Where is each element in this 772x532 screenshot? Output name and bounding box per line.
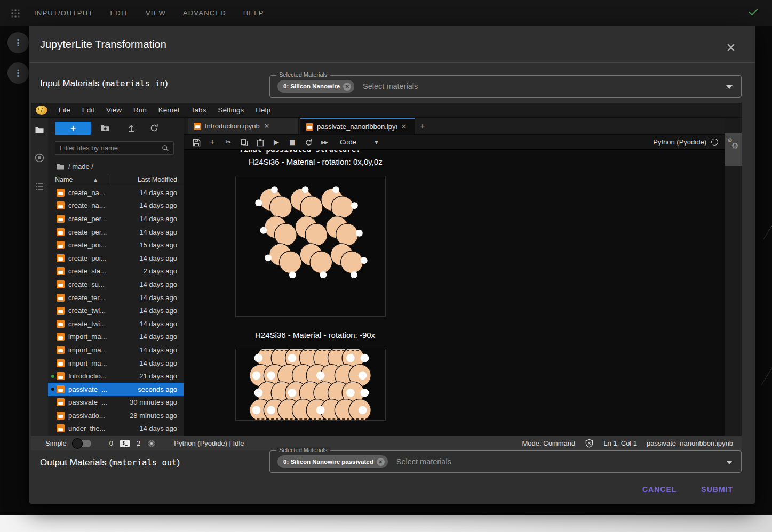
submit-button[interactable]: SUBMIT	[693, 480, 742, 499]
jmenu-file[interactable]: File	[53, 106, 76, 114]
table-of-contents-tab-icon[interactable]	[35, 182, 44, 191]
file-modified: 14 days ago	[139, 280, 177, 288]
tab-close-icon[interactable]: ✕	[401, 123, 407, 131]
menu-help[interactable]: HELP	[243, 9, 264, 17]
tab-close-icon[interactable]: ✕	[264, 122, 270, 130]
refresh-file-list-icon[interactable]	[149, 123, 159, 133]
kernel-name[interactable]: Python (Pyodide)	[653, 138, 706, 146]
kebab-menu-button[interactable]: ⋮	[7, 62, 29, 84]
file-row[interactable]: passivate_... 30 minutes ago	[48, 396, 184, 409]
file-row[interactable]: passivate_... seconds ago	[48, 383, 184, 396]
file-modified: 14 days ago	[139, 307, 177, 315]
insert-cell-icon[interactable]: +	[204, 138, 220, 147]
file-modified: 14 days ago	[139, 359, 177, 367]
menu-edit[interactable]: EDIT	[110, 9, 128, 17]
cut-cells-icon[interactable]: ✂	[220, 138, 236, 146]
menu-advanced[interactable]: ADVANCED	[183, 9, 226, 17]
terminal-icon[interactable]: $_	[120, 440, 130, 447]
stop-kernel-icon[interactable]: ■	[284, 139, 300, 146]
upload-icon[interactable]	[126, 123, 136, 133]
notebook-file-icon	[57, 189, 65, 197]
jmenu-settings[interactable]: Settings	[212, 106, 250, 114]
kernel-status-icon[interactable]	[711, 139, 718, 146]
command-mode-indicator[interactable]: Mode: Command	[522, 439, 576, 447]
jmenu-edit[interactable]: Edit	[76, 106, 100, 114]
jmenu-tabs[interactable]: Tabs	[185, 106, 212, 114]
dropdown-arrow-icon[interactable]	[726, 85, 733, 89]
filter-files-box[interactable]	[55, 141, 174, 155]
cursor-position[interactable]: Ln 1, Col 1	[603, 439, 637, 447]
jupyter-statusbar: Simple 0 $_ 2 Python (Pyodide) | Idle	[31, 436, 742, 450]
tab-introduction[interactable]: Introduction.ipynb ✕	[188, 118, 299, 134]
jmenu-help[interactable]: Help	[250, 106, 276, 114]
jmenu-run[interactable]: Run	[128, 106, 153, 114]
file-row[interactable]: create_na... 14 days ago	[48, 186, 184, 199]
new-folder-icon[interactable]	[100, 123, 110, 133]
output-material-chip-label: 0: Silicon Nanowire passivated	[283, 458, 373, 465]
jmenu-view[interactable]: View	[100, 106, 128, 114]
column-last-modified[interactable]: Last Modified	[138, 176, 177, 183]
screen: INPUT/OUTPUT EDIT VIEW ADVANCED HELP ⋮ ⋮…	[0, 0, 772, 532]
cell-type-select[interactable]: Code	[340, 138, 356, 146]
restart-kernel-icon[interactable]	[300, 138, 316, 146]
cancel-button[interactable]: CANCEL	[634, 480, 685, 499]
file-row[interactable]: import_ma... 14 days ago	[48, 357, 184, 370]
close-icon[interactable]	[725, 42, 737, 53]
breadcrumb[interactable]: / made /	[57, 163, 93, 171]
file-row[interactable]: passivatio... 28 minutes ago	[48, 409, 184, 422]
active-filename[interactable]: passivate_nanoribbon.ipynb	[647, 439, 733, 447]
input-materials-select[interactable]: Selected Materials 0: Silicon Nanowire ✕…	[269, 75, 742, 98]
chip-delete-icon[interactable]: ✕	[343, 83, 351, 91]
tab-passivate-nanoribbon[interactable]: passivate_nanoribbon.ipynb ✕	[300, 118, 415, 134]
paste-cells-icon[interactable]	[252, 138, 268, 146]
copy-cells-icon[interactable]	[236, 138, 252, 146]
notebook-panel: Introduction.ipynb ✕ passivate_nanoribbo…	[184, 118, 725, 436]
file-name: Introductio...	[68, 372, 107, 380]
notebook-file-icon	[57, 267, 65, 275]
file-name: import_ma...	[68, 359, 107, 367]
apps-grid-icon[interactable]	[11, 9, 20, 18]
kernel-sessions-icon[interactable]	[147, 439, 156, 448]
file-row[interactable]: create_na... 14 days ago	[48, 199, 184, 213]
file-row[interactable]: import_ma... 14 days ago	[48, 343, 184, 357]
menu-view[interactable]: VIEW	[146, 9, 166, 17]
save-icon[interactable]	[188, 138, 204, 146]
chip-delete-icon[interactable]: ✕	[377, 458, 385, 466]
file-row[interactable]: create_sla... 2 days ago	[48, 265, 184, 278]
file-row[interactable]: import_ma... 14 days ago	[48, 331, 184, 344]
file-row[interactable]: Introductio... 21 days ago	[48, 369, 184, 383]
file-row[interactable]: under_the... 14 days ago	[48, 422, 184, 436]
jmenu-kernel[interactable]: Kernel	[153, 106, 185, 114]
restart-run-all-icon[interactable]: ▶▶	[316, 140, 332, 145]
file-row[interactable]: create_per... 14 days ago	[48, 225, 184, 239]
simple-mode-toggle[interactable]	[74, 440, 91, 447]
gear-icon[interactable]: ⚙	[731, 141, 738, 151]
file-row[interactable]: create_poi... 14 days ago	[48, 252, 184, 265]
file-row[interactable]: create_twi... 14 days ago	[48, 304, 184, 317]
file-row[interactable]: create_ter... 14 days ago	[48, 291, 184, 304]
menu-input-output[interactable]: INPUT/OUTPUT	[34, 9, 93, 17]
file-browser-tab-icon[interactable]	[35, 125, 44, 135]
cell-type-arrow-icon[interactable]: ▼	[375, 140, 378, 145]
dropdown-arrow-icon[interactable]	[726, 461, 733, 464]
file-row[interactable]: create_twi... 14 days ago	[48, 317, 184, 331]
filter-files-input[interactable]	[60, 144, 162, 152]
new-launcher-button[interactable]: +	[55, 122, 91, 135]
running-kernels-tab-icon[interactable]	[35, 153, 44, 163]
input-materials-close-paren: )	[165, 78, 168, 88]
file-row[interactable]: create_su... 14 days ago	[48, 278, 184, 291]
trust-shield-icon[interactable]	[585, 439, 594, 448]
output-materials-select[interactable]: Selected Materials 0: Silicon Nanowire p…	[269, 450, 742, 473]
kebab-menu-button[interactable]: ⋮	[7, 32, 29, 53]
kernel-status-text[interactable]: Python (Pyodide) | Idle	[174, 439, 244, 447]
file-name: create_per...	[68, 215, 107, 223]
output-material-chip[interactable]: 0: Silicon Nanowire passivated ✕	[277, 455, 388, 468]
column-name[interactable]: Name	[55, 176, 73, 183]
app-menu-items: INPUT/OUTPUT EDIT VIEW ADVANCED HELP	[0, 9, 264, 17]
run-cell-icon[interactable]: ▶	[268, 138, 284, 146]
notebook-content[interactable]: final passivated structure: H24Si36 - Ma…	[184, 150, 725, 436]
file-row[interactable]: create_per... 14 days ago	[48, 212, 184, 225]
input-material-chip[interactable]: 0: Silicon Nanowire ✕	[277, 80, 354, 93]
file-row[interactable]: create_poi... 15 days ago	[48, 238, 184, 252]
add-tab-icon[interactable]: +	[420, 121, 425, 132]
